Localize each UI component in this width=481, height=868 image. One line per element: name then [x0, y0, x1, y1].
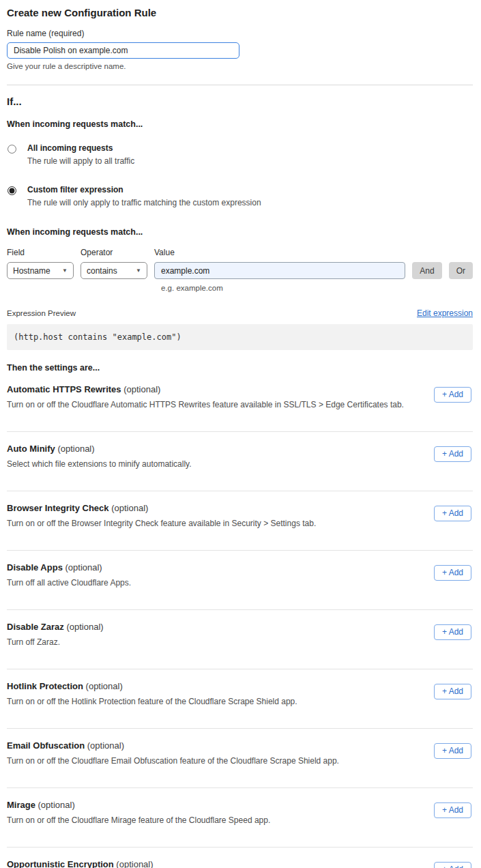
custom-expression-radio[interactable]	[8, 186, 16, 195]
match-subheading: When incoming requests match...	[7, 119, 473, 129]
field-select[interactable]: Hostname ▼	[7, 262, 74, 279]
setting-description: Select which file extensions to minify a…	[7, 459, 192, 469]
if-heading: If...	[7, 96, 473, 107]
radio-option-description: The rule will apply to all traffic	[27, 156, 134, 166]
setting-name: Browser Integrity Check	[7, 503, 109, 513]
setting-row-email-obfuscation: Email Obfuscation (optional) Turn on or …	[7, 729, 473, 787]
setting-name: Mirage	[7, 800, 35, 810]
setting-description: Turn on or off the Cloudflare Automatic …	[7, 400, 404, 409]
field-label: Field	[7, 248, 74, 257]
operator-select[interactable]: contains ▼	[81, 262, 147, 279]
setting-optional-tag: (optional)	[87, 740, 124, 751]
field-select-value: Hostname	[13, 266, 50, 276]
add-button[interactable]: + Add	[434, 446, 471, 462]
setting-optional-tag: (optional)	[86, 681, 123, 691]
setting-name: Disable Zaraz	[7, 622, 64, 632]
setting-optional-tag: (optional)	[38, 800, 75, 810]
page-title: Create new Configuration Rule	[7, 7, 473, 18]
setting-description: Turn on or off the Hotlink Protection fe…	[7, 697, 297, 706]
setting-description: Turn on or off the Browser Integrity Che…	[7, 519, 316, 528]
add-button[interactable]: + Add	[434, 743, 471, 759]
rule-name-label: Rule name (required)	[7, 29, 473, 38]
setting-row-opportunistic-encryption: Opportunistic Encryption (optional) Turn…	[7, 848, 473, 868]
add-button[interactable]: + Add	[434, 684, 471, 699]
section-divider	[7, 85, 473, 85]
operator-select-value: contains	[87, 266, 117, 276]
setting-row-auto-minify: Auto Minify (optional) Select which file…	[7, 432, 473, 491]
expression-builder-row: Field Hostname ▼ Operator contains ▼ Val…	[7, 237, 473, 279]
setting-name: Disable Apps	[7, 562, 63, 573]
setting-row-automatic-https-rewrites: Automatic HTTPS Rewrites (optional) Turn…	[7, 373, 473, 431]
add-button[interactable]: + Add	[434, 565, 471, 581]
setting-description: Turn off all active Cloudflare Apps.	[7, 578, 131, 588]
setting-row-browser-integrity-check: Browser Integrity Check (optional) Turn …	[7, 491, 473, 550]
setting-row-disable-zaraz: Disable Zaraz (optional) Turn off Zaraz.…	[7, 610, 473, 669]
setting-row-disable-apps: Disable Apps (optional) Turn off all act…	[7, 551, 473, 609]
setting-optional-tag: (optional)	[57, 444, 94, 454]
setting-optional-tag: (optional)	[66, 622, 103, 632]
add-button[interactable]: + Add	[434, 862, 471, 868]
radio-option-label: All incoming requests	[27, 143, 134, 153]
setting-optional-tag: (optional)	[123, 384, 160, 394]
radio-option-label: Custom filter expression	[27, 185, 261, 194]
configuration-rule-form: Create new Configuration Rule Rule name …	[0, 0, 481, 868]
setting-name: Hotlink Protection	[7, 681, 83, 691]
expression-preview-label: Expression Preview	[7, 309, 76, 317]
setting-name: Auto Minify	[7, 444, 55, 454]
setting-name: Opportunistic Encryption	[7, 859, 114, 868]
rule-name-input[interactable]	[7, 42, 239, 59]
setting-row-hotlink-protection: Hotlink Protection (optional) Turn on or…	[7, 669, 473, 728]
value-label: Value	[154, 248, 405, 257]
value-input[interactable]	[154, 262, 405, 279]
setting-optional-tag: (optional)	[111, 503, 148, 513]
setting-description: Turn on or off the Cloudflare Email Obfu…	[7, 756, 339, 766]
operator-label: Operator	[81, 248, 147, 257]
setting-name: Automatic HTTPS Rewrites	[7, 384, 121, 394]
setting-name: Email Obfuscation	[7, 740, 85, 751]
edit-expression-link[interactable]: Edit expression	[417, 308, 473, 318]
add-button[interactable]: + Add	[434, 802, 471, 818]
setting-optional-tag: (optional)	[65, 562, 102, 573]
radio-option-description: The rule will only apply to traffic matc…	[27, 198, 261, 207]
setting-optional-tag: (optional)	[116, 859, 153, 868]
setting-description: Turn on or off the Cloudflare Mirage fea…	[7, 815, 270, 825]
or-button[interactable]: Or	[449, 262, 473, 279]
chevron-down-icon: ▼	[136, 267, 141, 274]
all-requests-radio[interactable]	[8, 145, 16, 154]
add-button[interactable]: + Add	[434, 387, 471, 403]
setting-row-mirage: Mirage (optional) Turn on or off the Clo…	[7, 788, 473, 847]
radio-option-all-requests[interactable]: All incoming requests The rule will appl…	[7, 143, 473, 166]
value-helper: e.g. example.com	[161, 284, 473, 292]
expression-preview-code: (http.host contains "example.com")	[7, 324, 473, 350]
add-button[interactable]: + Add	[434, 506, 471, 521]
add-button[interactable]: + Add	[434, 624, 471, 640]
setting-description: Turn off Zaraz.	[7, 637, 104, 647]
and-button[interactable]: And	[412, 262, 441, 279]
rule-name-helper: Give your rule a descriptive name.	[7, 62, 473, 70]
chevron-down-icon: ▼	[62, 267, 68, 274]
then-heading: Then the settings are...	[7, 363, 473, 373]
radio-option-custom-expression[interactable]: Custom filter expression The rule will o…	[7, 185, 473, 207]
builder-heading: When incoming requests match...	[7, 227, 473, 237]
